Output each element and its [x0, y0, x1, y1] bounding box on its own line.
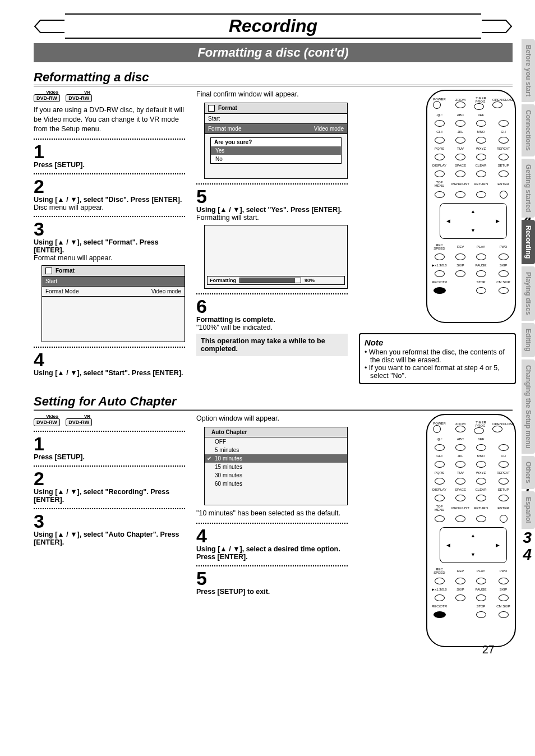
- ac-step-4-num: 4: [196, 526, 348, 545]
- separator: [34, 431, 185, 432]
- side-tabs: Before you start Connections Getting sta…: [522, 39, 535, 531]
- ac-step-3-text: Using [▲ / ▼], select "Auto Chapter". Pr…: [34, 531, 179, 546]
- remote-illustration-2: POWER ZOOM TIMER PROG. OPEN/CLOSE .@/:AB…: [426, 414, 516, 647]
- auto-chapter-options: Auto Chapter OFF 5 minutes ✔10 minutes 1…: [204, 427, 348, 505]
- dvd-rw-video-badge: VideoDVD-RW: [34, 418, 60, 426]
- ac-mid-intro: Option window will appear.: [196, 414, 348, 423]
- step-2-number: 2: [34, 177, 185, 196]
- step-6-text-bold: Formatting is complete.: [196, 316, 275, 324]
- tab-before-you-start[interactable]: Before you start: [522, 39, 535, 102]
- section-heading-autochap: Setting for Auto Chapter: [34, 394, 513, 411]
- separator: [196, 183, 348, 185]
- ac-step-5-num: 5: [196, 569, 348, 588]
- progress-box: Formatting 90%: [204, 225, 348, 289]
- step-5-text: Formatting will start.: [196, 214, 259, 222]
- reformat-left: VideoDVD-RW VRDVD-RW If you are using a …: [34, 90, 185, 377]
- tab-connections[interactable]: Connections: [522, 104, 535, 156]
- tab-getting-started[interactable]: Getting started: [522, 159, 535, 218]
- tab-recording[interactable]: Recording: [522, 220, 535, 264]
- separator: [34, 139, 185, 140]
- step-3-text-bold: Using [▲ / ▼], select "Format". Press [E…: [34, 238, 159, 254]
- ac-followup: "10 minutes" has been selected as the de…: [196, 509, 348, 518]
- callout-note: This operation may take a while to be co…: [196, 334, 348, 356]
- ac-step-2-num: 2: [34, 469, 185, 488]
- step-3-text: Format menu will appear.: [34, 254, 112, 262]
- dvd-rw-vr-badge: VRDVD-RW: [66, 94, 92, 102]
- tab-playing-discs[interactable]: Playing discs: [522, 266, 535, 321]
- arrow-right-icon: [481, 18, 513, 35]
- subtitle: Formatting a disc (cont'd): [34, 43, 513, 62]
- ac-step-3-num: 3: [34, 511, 185, 531]
- page-title: Recording: [65, 13, 481, 39]
- page-number: 27: [482, 643, 495, 656]
- separator: [34, 508, 185, 509]
- step-4-number: 4: [34, 350, 185, 369]
- step-6-text: "100%" will be indicated.: [196, 324, 273, 331]
- step-5-text-bold: Using [▲ / ▼], select "Yes". Press [ENTE…: [196, 206, 342, 214]
- step-2-text-bold: Using [▲ / ▼], select "Disc". Press [ENT…: [34, 196, 182, 204]
- dvd-rw-vr-badge: VRDVD-RW: [66, 418, 92, 426]
- separator: [196, 293, 348, 294]
- ac-step-1-num: 1: [34, 434, 185, 453]
- format-menu-1: Format Start Format ModeVideo mode: [41, 265, 185, 342]
- separator: [196, 523, 348, 524]
- separator: [34, 173, 185, 174]
- mid-intro: Final confirm window will appear.: [196, 90, 348, 99]
- tab-editing[interactable]: Editing: [522, 323, 535, 357]
- ac-step-5-text: Press [SETUP] to exit.: [196, 588, 270, 596]
- autochap-right: POWER ZOOM TIMER PROG. OPEN/CLOSE .@/:AB…: [359, 414, 516, 647]
- step-1-text: Press [SETUP].: [34, 161, 85, 169]
- step-5-number: 5: [196, 187, 348, 206]
- ac-step-2-text: Using [▲ / ▼], select "Recording". Press…: [34, 488, 169, 504]
- nav-pad: ▲ ◀▶ ▼: [440, 203, 507, 239]
- progress-bar: [239, 278, 301, 283]
- tab-others[interactable]: Others: [522, 456, 535, 489]
- step-2-text: Disc menu will appear.: [34, 204, 104, 211]
- ac-step-4-text: Using [▲ / ▼], select a desired time opt…: [196, 545, 340, 561]
- step-6-number: 6: [196, 297, 348, 316]
- autochap-middle: Option window will appear. Auto Chapter …: [196, 414, 348, 596]
- remote-illustration-1: POWER ZOOM TIMER PROG. OPEN/CLOSE .@/:AB…: [426, 90, 516, 323]
- autochap-left: VideoDVD-RW VRDVD-RW 1 Press [SETUP]. 2 …: [34, 414, 185, 546]
- dvd-rw-video-badge: VideoDVD-RW: [34, 94, 60, 102]
- reformat-middle: Final confirm window will appear. Format…: [196, 90, 348, 356]
- separator: [196, 565, 348, 566]
- disc-icon: [208, 105, 215, 112]
- separator: [34, 465, 185, 467]
- step-4-text: Using [▲ / ▼], select "Start". Press [EN…: [34, 369, 183, 377]
- format-menu-confirm: Format Start Format modeVideo mode Are y…: [204, 103, 348, 179]
- check-icon: ✔: [207, 455, 211, 462]
- disc-icon: [45, 268, 52, 274]
- section-heading-reformat: Reformatting a disc: [34, 70, 513, 86]
- arrow-left-icon: [34, 18, 65, 35]
- title-band: Recording: [34, 13, 513, 39]
- reformat-intro: If you are using a DVD-RW disc, by defau…: [34, 105, 185, 134]
- ac-step-1-text: Press [SETUP].: [34, 453, 85, 461]
- reformat-right: POWER ZOOM TIMER PROG. OPEN/CLOSE .@/:AB…: [359, 90, 516, 384]
- step-3-number: 3: [34, 219, 185, 238]
- tab-espanol[interactable]: Español: [522, 491, 535, 529]
- tab-changing-setup[interactable]: Changing the Setup menu: [522, 359, 535, 454]
- nav-pad: ▲ ◀▶ ▼: [440, 527, 507, 563]
- step-1-number: 1: [34, 142, 185, 161]
- note-box: Note When you reformat the disc, the con…: [359, 333, 516, 384]
- separator: [34, 347, 185, 348]
- separator: [34, 216, 185, 217]
